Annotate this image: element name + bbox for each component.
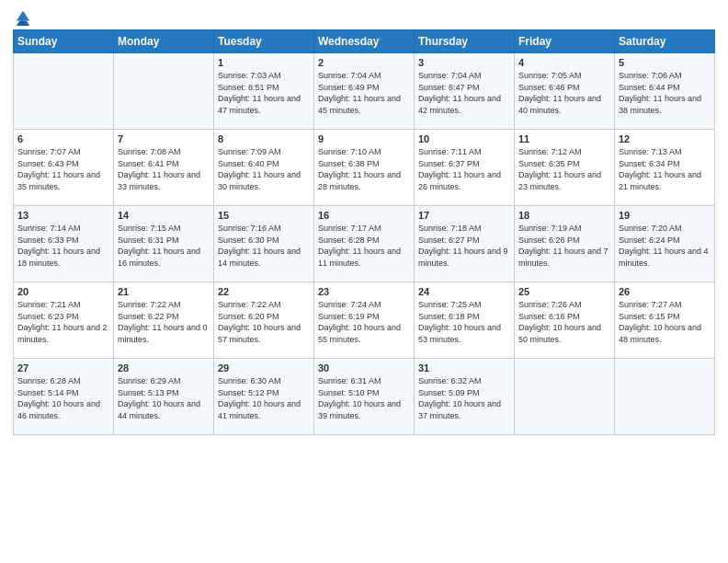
calendar-cell: 25Sunrise: 7:26 AMSunset: 6:16 PMDayligh… [515,282,615,359]
day-number: 29 [218,362,310,373]
calendar-cell: 16Sunrise: 7:17 AMSunset: 6:28 PMDayligh… [314,206,415,282]
day-info: Sunrise: 6:32 AMSunset: 5:09 PMDaylight:… [418,375,510,421]
calendar-cell [515,359,615,435]
day-number: 18 [518,210,610,221]
calendar-cell: 23Sunrise: 7:24 AMSunset: 6:19 PMDayligh… [314,282,415,359]
calendar-cell: 14Sunrise: 7:15 AMSunset: 6:31 PMDayligh… [114,206,214,282]
day-info: Sunrise: 7:05 AMSunset: 6:46 PMDaylight:… [518,70,610,116]
day-number: 10 [418,133,510,144]
col-header-monday: Monday [114,30,214,53]
day-number: 25 [518,286,610,297]
day-number: 22 [218,286,310,297]
header [13,9,715,22]
day-number: 19 [619,210,711,221]
day-number: 4 [518,57,610,68]
calendar-cell: 28Sunrise: 6:29 AMSunset: 5:13 PMDayligh… [114,359,214,435]
calendar-table: SundayMondayTuesdayWednesdayThursdayFrid… [13,29,715,435]
day-info: Sunrise: 7:18 AMSunset: 6:27 PMDaylight:… [418,223,510,269]
calendar-row-3: 20Sunrise: 7:21 AMSunset: 6:23 PMDayligh… [14,282,715,359]
day-info: Sunrise: 6:28 AMSunset: 5:14 PMDaylight:… [17,375,109,421]
day-info: Sunrise: 7:06 AMSunset: 6:44 PMDaylight:… [619,70,711,116]
calendar-cell: 1Sunrise: 7:03 AMSunset: 6:51 PMDaylight… [214,53,314,130]
calendar-cell: 9Sunrise: 7:10 AMSunset: 6:38 PMDaylight… [314,130,415,206]
day-number: 13 [17,210,109,221]
day-number: 28 [118,362,210,373]
calendar-cell: 3Sunrise: 7:04 AMSunset: 6:47 PMDaylight… [415,53,515,130]
day-number: 27 [17,362,109,373]
day-number: 8 [218,133,310,144]
day-info: Sunrise: 7:15 AMSunset: 6:31 PMDaylight:… [118,223,210,269]
day-info: Sunrise: 7:11 AMSunset: 6:37 PMDaylight:… [418,146,510,192]
day-number: 11 [518,133,610,144]
svg-marker-0 [17,11,29,21]
day-info: Sunrise: 6:29 AMSunset: 5:13 PMDaylight:… [118,375,210,421]
calendar-row-2: 13Sunrise: 7:14 AMSunset: 6:33 PMDayligh… [14,206,715,282]
day-info: Sunrise: 7:16 AMSunset: 6:30 PMDaylight:… [218,223,310,269]
day-info: Sunrise: 7:25 AMSunset: 6:18 PMDaylight:… [418,299,510,345]
calendar-row-4: 27Sunrise: 6:28 AMSunset: 5:14 PMDayligh… [14,359,715,435]
day-number: 14 [118,210,210,221]
day-info: Sunrise: 7:10 AMSunset: 6:38 PMDaylight:… [318,146,410,192]
day-info: Sunrise: 7:07 AMSunset: 6:43 PMDaylight:… [17,146,109,192]
day-info: Sunrise: 7:14 AMSunset: 6:33 PMDaylight:… [17,223,109,269]
svg-marker-1 [17,21,29,26]
calendar-cell: 6Sunrise: 7:07 AMSunset: 6:43 PMDaylight… [14,130,114,206]
calendar-cell: 7Sunrise: 7:08 AMSunset: 6:41 PMDaylight… [114,130,214,206]
day-info: Sunrise: 7:22 AMSunset: 6:20 PMDaylight:… [218,299,310,345]
calendar-row-1: 6Sunrise: 7:07 AMSunset: 6:43 PMDaylight… [14,130,715,206]
calendar-cell: 11Sunrise: 7:12 AMSunset: 6:35 PMDayligh… [515,130,615,206]
calendar-cell: 27Sunrise: 6:28 AMSunset: 5:14 PMDayligh… [14,359,114,435]
day-number: 9 [318,133,410,144]
calendar-cell: 31Sunrise: 6:32 AMSunset: 5:09 PMDayligh… [415,359,515,435]
day-number: 3 [418,57,510,68]
day-info: Sunrise: 7:27 AMSunset: 6:15 PMDaylight:… [619,299,711,345]
calendar-cell: 30Sunrise: 6:31 AMSunset: 5:10 PMDayligh… [314,359,415,435]
col-header-sunday: Sunday [14,30,114,53]
logo-icon [15,9,31,26]
calendar-cell: 13Sunrise: 7:14 AMSunset: 6:33 PMDayligh… [14,206,114,282]
day-number: 2 [318,57,410,68]
day-number: 21 [118,286,210,297]
day-number: 17 [418,210,510,221]
calendar-cell: 26Sunrise: 7:27 AMSunset: 6:15 PMDayligh… [615,282,715,359]
col-header-saturday: Saturday [615,30,715,53]
calendar-cell: 29Sunrise: 6:30 AMSunset: 5:12 PMDayligh… [214,359,314,435]
day-number: 15 [218,210,310,221]
day-info: Sunrise: 7:03 AMSunset: 6:51 PMDaylight:… [218,70,310,116]
day-number: 5 [619,57,711,68]
calendar-cell: 15Sunrise: 7:16 AMSunset: 6:30 PMDayligh… [214,206,314,282]
day-number: 12 [619,133,711,144]
logo [13,9,31,22]
calendar-cell: 21Sunrise: 7:22 AMSunset: 6:22 PMDayligh… [114,282,214,359]
calendar-cell: 22Sunrise: 7:22 AMSunset: 6:20 PMDayligh… [214,282,314,359]
calendar-cell: 5Sunrise: 7:06 AMSunset: 6:44 PMDaylight… [615,53,715,130]
day-info: Sunrise: 7:08 AMSunset: 6:41 PMDaylight:… [118,146,210,192]
day-info: Sunrise: 7:17 AMSunset: 6:28 PMDaylight:… [318,223,410,269]
calendar-cell [615,359,715,435]
day-number: 30 [318,362,410,373]
day-info: Sunrise: 7:20 AMSunset: 6:24 PMDaylight:… [619,223,711,269]
day-info: Sunrise: 7:04 AMSunset: 6:47 PMDaylight:… [418,70,510,116]
calendar-cell: 18Sunrise: 7:19 AMSunset: 6:26 PMDayligh… [515,206,615,282]
day-number: 16 [318,210,410,221]
day-info: Sunrise: 7:24 AMSunset: 6:19 PMDaylight:… [318,299,410,345]
day-number: 31 [418,362,510,373]
calendar-cell: 17Sunrise: 7:18 AMSunset: 6:27 PMDayligh… [415,206,515,282]
day-number: 24 [418,286,510,297]
calendar-cell: 24Sunrise: 7:25 AMSunset: 6:18 PMDayligh… [415,282,515,359]
day-info: Sunrise: 7:21 AMSunset: 6:23 PMDaylight:… [17,299,109,345]
day-info: Sunrise: 6:31 AMSunset: 5:10 PMDaylight:… [318,375,410,421]
col-header-tuesday: Tuesday [214,30,314,53]
day-info: Sunrise: 7:04 AMSunset: 6:49 PMDaylight:… [318,70,410,116]
day-number: 23 [318,286,410,297]
col-header-friday: Friday [515,30,615,53]
day-number: 1 [218,57,310,68]
calendar-cell [14,53,114,130]
day-number: 20 [17,286,109,297]
calendar-cell [114,53,214,130]
day-number: 6 [17,133,109,144]
day-info: Sunrise: 7:26 AMSunset: 6:16 PMDaylight:… [518,299,610,345]
day-info: Sunrise: 7:19 AMSunset: 6:26 PMDaylight:… [518,223,610,269]
calendar-cell: 10Sunrise: 7:11 AMSunset: 6:37 PMDayligh… [415,130,515,206]
day-info: Sunrise: 7:12 AMSunset: 6:35 PMDaylight:… [518,146,610,192]
